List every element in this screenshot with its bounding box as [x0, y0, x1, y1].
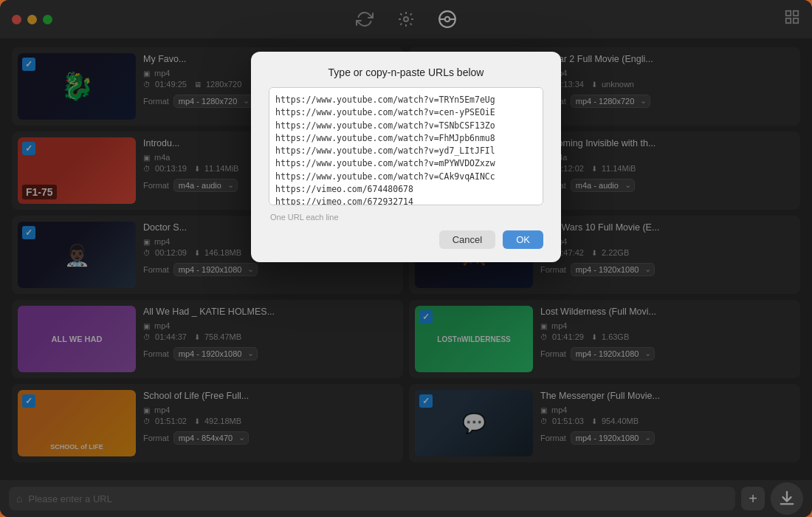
modal-buttons: Cancel OK — [269, 230, 543, 249]
cancel-button[interactable]: Cancel — [439, 230, 495, 249]
url-modal: Type or copy-n-paste URLs below One URL … — [251, 52, 561, 262]
modal-title: Type or copy-n-paste URLs below — [269, 66, 543, 78]
modal-hint: One URL each line — [270, 213, 543, 222]
ok-button[interactable]: OK — [503, 230, 543, 249]
app-window: My Favo... ▣ mp4 ⏱ 01:49:25 🖥 1280x720 — [0, 0, 812, 517]
modal-overlay: Type or copy-n-paste URLs below One URL … — [0, 0, 812, 517]
url-textarea[interactable] — [269, 87, 543, 205]
